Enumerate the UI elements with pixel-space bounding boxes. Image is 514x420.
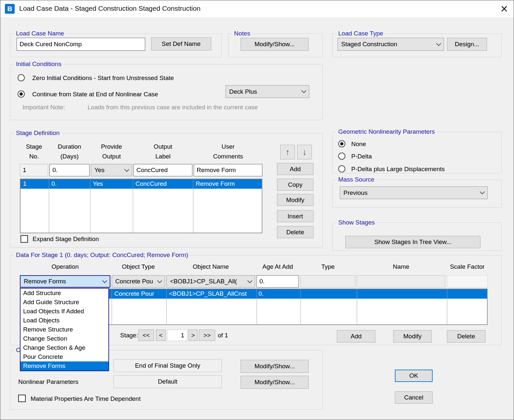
data-modify-button[interactable]: Modify — [393, 330, 432, 343]
stage-add-button[interactable]: Add — [277, 163, 313, 175]
dropdown-item-load-objects[interactable]: Load Objects — [21, 316, 108, 325]
none-radio[interactable] — [338, 140, 345, 147]
mass-source-label: Mass Source — [337, 176, 376, 183]
csibridge-app-icon: B — [5, 4, 15, 14]
object-name-value: <BOBJ1>CP_SLAB_All( — [170, 278, 237, 285]
col-header-object-name: Object Name — [166, 263, 255, 270]
window-title: Load Case Data - Staged Construction Sta… — [19, 5, 201, 12]
stage-definition-list[interactable]: 1 0. Yes ConcCured Remove Form — [20, 179, 262, 233]
age-at-add-input[interactable]: 0. — [257, 275, 299, 288]
load-case-type-select[interactable]: Staged Construction — [338, 38, 444, 51]
stage-of-total-label: of 1 — [218, 332, 228, 339]
selected-user-comments: Remove Form — [196, 180, 235, 187]
stage-delete-button[interactable]: Delete — [277, 226, 313, 238]
stage-definition-label: Stage Definition — [14, 129, 61, 137]
stage-next-button[interactable]: > — [188, 330, 198, 341]
stage-number-input[interactable] — [167, 330, 187, 341]
dropdown-item-pour-concrete[interactable]: Pour Concrete — [21, 352, 108, 361]
col-header-output-label: OutputLabel — [133, 142, 192, 161]
down-arrow-icon: ↓ — [302, 147, 307, 157]
zero-initial-conditions-radio[interactable] — [18, 74, 25, 81]
chevron-down-icon — [480, 189, 485, 195]
nonlinear-case-value: Deck Plus — [229, 88, 257, 95]
mass-source-select[interactable]: Previous — [340, 186, 488, 199]
stage-prev-button[interactable]: < — [156, 330, 166, 341]
provide-output-value: Yes — [94, 167, 104, 174]
load-case-name-input[interactable] — [17, 38, 145, 51]
selected-age-at-add: 0. — [258, 290, 264, 297]
expand-stage-definition-checkbox[interactable] — [21, 235, 28, 243]
dropdown-item-load-objects-if-added[interactable]: Load Objects If Added — [21, 307, 108, 316]
none-option[interactable]: None — [351, 141, 366, 148]
results-saved-modify-show-button[interactable]: Modify/Show... — [241, 360, 309, 373]
dropdown-item-remove-forms[interactable]: Remove Forms — [21, 361, 108, 371]
continue-from-state-radio[interactable] — [18, 90, 25, 98]
close-icon[interactable]: × — [501, 1, 508, 17]
set-def-name-button[interactable]: Set Def Name — [151, 37, 211, 50]
move-stage-down-button[interactable]: ↓ — [297, 145, 312, 159]
cancel-button[interactable]: Cancel — [395, 391, 433, 404]
load-case-name-label: Load Case Name — [14, 30, 66, 37]
nonlinear-modify-show-button[interactable]: Modify/Show... — [241, 376, 309, 389]
object-name-select[interactable]: <BOBJ1>CP_SLAB_All( — [166, 275, 255, 288]
nonlinear-parameters-label: Nonlinear Parameters — [18, 378, 78, 386]
nonlinear-parameters-display: Default — [114, 375, 222, 388]
chevron-down-icon — [301, 88, 307, 93]
type-cell-disabled — [300, 275, 355, 288]
move-stage-up-button[interactable]: ↑ — [280, 145, 295, 159]
selected-provide-output: Yes — [93, 180, 103, 187]
zero-initial-conditions-option[interactable]: Zero Initial Conditions - Start from Uns… — [32, 75, 174, 82]
scale-factor-cell-disabled — [447, 275, 488, 288]
stage-insert-button[interactable]: Insert — [277, 210, 313, 222]
design-button[interactable]: Design... — [447, 38, 487, 51]
important-note-label: Important Note: — [22, 104, 65, 111]
important-note-text: Loads from this previous case are includ… — [88, 104, 258, 111]
stage-no-cell: 1 — [20, 164, 48, 176]
material-time-dependent-checkbox[interactable] — [18, 395, 26, 402]
up-arrow-icon: ↑ — [285, 147, 290, 157]
col-header-type: Type — [300, 263, 355, 270]
user-comments-input[interactable]: Remove Form — [194, 164, 262, 176]
continue-from-state-option[interactable]: Continue from State at End of Nonlinear … — [32, 91, 158, 98]
output-label-input[interactable]: ConcCured — [133, 164, 192, 176]
duration-input[interactable]: 0. — [49, 164, 90, 176]
col-header-scale-factor: Scale Factor — [447, 263, 488, 270]
dropdown-item-change-section-age[interactable]: Change Section & Age — [21, 343, 108, 352]
object-type-select[interactable]: Concrete Pou — [112, 275, 165, 288]
operation-dropdown-list[interactable]: Add Structure Add Guide Structure Load O… — [20, 288, 109, 371]
stage-copy-button[interactable]: Copy — [277, 179, 313, 191]
load-case-type-value: Staged Construction — [341, 41, 397, 48]
material-time-dependent-label: Material Properties Are Time Dependent — [31, 395, 141, 402]
data-for-stage-label: Data For Stage 1 (0. days; Output: ConcC… — [14, 251, 190, 259]
stage-last-button[interactable]: >> — [199, 330, 215, 341]
stage-nav-label: Stage: — [120, 332, 138, 339]
notes-modify-show-button[interactable]: Modify/Show... — [241, 38, 309, 51]
p-delta-large-displacements-radio[interactable] — [338, 165, 345, 172]
dropdown-item-add-structure[interactable]: Add Structure — [21, 289, 108, 298]
provide-output-select[interactable]: Yes — [91, 164, 132, 176]
load-case-data-dialog: B Load Case Data - Staged Construction S… — [0, 0, 514, 420]
show-stages-label: Show Stages — [337, 219, 376, 226]
col-header-provide-output: ProvideOutput — [91, 142, 132, 161]
col-header-name: Name — [357, 263, 445, 270]
dropdown-item-remove-structure[interactable]: Remove Structure — [21, 325, 108, 334]
data-add-button[interactable]: Add — [337, 330, 375, 343]
ok-button[interactable]: OK — [395, 370, 433, 382]
object-type-value: Concrete Pou — [115, 278, 153, 285]
show-stages-tree-view-button[interactable]: Show Stages In Tree View... — [345, 236, 480, 248]
operation-select[interactable]: Remove Forms — [20, 275, 110, 288]
nonlinear-case-select[interactable]: Deck Plus — [226, 85, 309, 98]
p-delta-option[interactable]: P-Delta — [351, 153, 372, 160]
dropdown-item-add-guide-structure[interactable]: Add Guide Structure — [21, 298, 108, 307]
stage-first-button[interactable]: << — [138, 330, 154, 341]
expand-stage-definition-label: Expand Stage Definition — [33, 236, 99, 243]
p-delta-large-displacements-option[interactable]: P-Delta plus Large Displacements — [351, 166, 445, 173]
col-header-object-type: Object Type — [112, 263, 165, 270]
p-delta-radio[interactable] — [338, 153, 345, 160]
stage-modify-button[interactable]: Modify — [277, 194, 313, 206]
title-bar: B Load Case Data - Staged Construction S… — [0, 0, 514, 17]
operation-value: Remove Forms — [24, 278, 66, 285]
data-delete-button[interactable]: Delete — [447, 330, 485, 343]
dropdown-item-change-section[interactable]: Change Section — [21, 334, 108, 343]
col-header-age-at-add: Age At Add — [257, 263, 299, 270]
